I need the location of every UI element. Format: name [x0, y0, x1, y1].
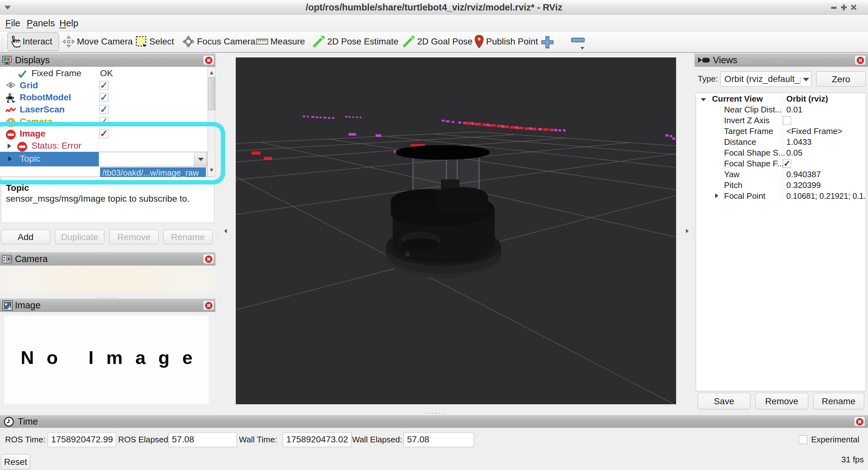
svg-text:!: !	[9, 119, 12, 127]
